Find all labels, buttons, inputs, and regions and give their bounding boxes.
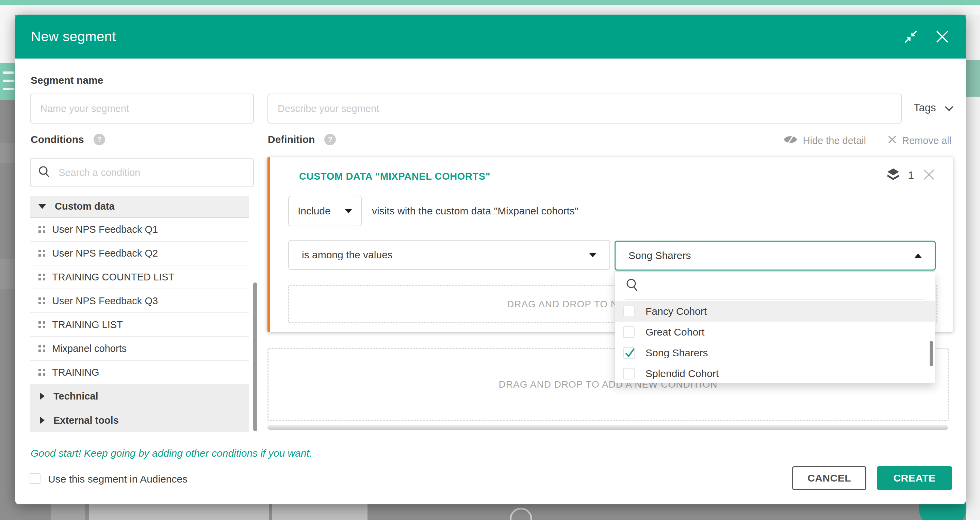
page-right-teal-block [966, 60, 980, 97]
definition-heading: Definition [268, 134, 315, 145]
remove-all-label: Remove all [902, 135, 951, 146]
page-top-green-strip [0, 0, 980, 5]
collapse-window-icon[interactable] [903, 29, 919, 45]
condition-item[interactable]: User NPS Feedback Q3 [30, 289, 249, 313]
conditions-scrollbar[interactable] [253, 283, 257, 431]
group-label: External tools [53, 415, 119, 426]
remove-condition-icon[interactable] [923, 167, 935, 183]
drag-handle-icon[interactable] [38, 321, 45, 328]
dimmed-sidebar-item [0, 259, 15, 289]
dropdown-option[interactable]: Splendid Cohort [615, 363, 935, 384]
hamburger-icon [3, 72, 14, 74]
dimmed-page-block [89, 504, 269, 520]
segment-name-input[interactable] [30, 94, 254, 124]
group-custom-data[interactable]: Custom data [30, 196, 249, 218]
dimmed-page-circle [510, 508, 532, 520]
dimmed-page-block [51, 504, 85, 520]
drag-handle-icon[interactable] [38, 274, 45, 280]
triangle-right-icon [40, 417, 45, 424]
include-dropdown[interactable]: Include [288, 196, 362, 226]
segment-description-input[interactable] [267, 94, 902, 124]
tags-dropdown[interactable]: Tags [914, 102, 953, 114]
dropdown-option[interactable]: Fancy Cohort [615, 301, 935, 321]
group-external-tools[interactable]: External tools [30, 409, 249, 432]
condition-item[interactable]: TRAINING COUNTED LIST [30, 266, 249, 289]
help-icon[interactable]: ? [94, 134, 105, 145]
drag-handle-icon[interactable] [38, 369, 45, 376]
drag-handle-icon[interactable] [38, 297, 45, 304]
page-left-band [0, 14, 15, 63]
help-icon[interactable]: ? [324, 134, 336, 145]
hide-detail-button[interactable]: Hide the detail [783, 134, 866, 147]
condition-item[interactable]: TRAINING [30, 361, 249, 385]
remove-all-x-icon [888, 135, 897, 146]
definition-horizontal-scrollbar[interactable] [267, 425, 948, 430]
dropdown-option[interactable]: Great Cohort [615, 321, 935, 342]
remove-all-button[interactable]: Remove all [888, 135, 951, 146]
chevron-down-icon [945, 102, 953, 114]
triangle-right-icon [40, 393, 45, 400]
stack-count: 1 [908, 169, 914, 182]
hide-detail-label: Hide the detail [803, 135, 866, 146]
divider [625, 299, 924, 299]
close-icon[interactable] [935, 30, 950, 44]
drag-handle-icon[interactable] [38, 226, 45, 233]
new-segment-modal: New segment Segment name Tags [15, 14, 966, 504]
cancel-button[interactable]: CANCEL [792, 466, 866, 490]
value-dropdown-panel: Fancy Cohort Great Cohort Song Sharers S… [614, 271, 935, 383]
condition-item[interactable]: TRAINING LIST [30, 313, 249, 337]
conditions-heading: Conditions [30, 134, 84, 145]
dropdown-option-selected[interactable]: Song Sharers [615, 342, 935, 363]
modal-title: New segment [31, 14, 116, 59]
group-technical[interactable]: Technical [30, 385, 249, 409]
hamburger-icon [3, 80, 14, 82]
hint-text: Good start! Keep going by adding other c… [30, 447, 312, 459]
checkbox-unchecked-icon[interactable] [623, 326, 635, 338]
dimmed-sidebar-item [0, 143, 15, 163]
dimmed-page-block [272, 504, 368, 520]
group-label: Technical [53, 391, 98, 402]
segment-name-label: Segment name [30, 75, 103, 86]
triangle-down-icon [38, 204, 46, 209]
search-icon[interactable] [625, 278, 640, 294]
checkbox-checked-icon[interactable] [623, 347, 635, 359]
hamburger-icon [3, 88, 14, 90]
page-top-band [0, 5, 980, 14]
condition-search [30, 158, 254, 187]
dropdown-scrollbar[interactable] [930, 341, 933, 366]
modal-header: New segment [15, 14, 966, 59]
eye-off-icon [783, 134, 798, 147]
sidebar-menu-tile [0, 63, 15, 100]
layers-icon[interactable] [888, 169, 899, 182]
tags-label: Tags [914, 102, 936, 114]
dropzone-text: DRAG AND DROP TO NAR [507, 286, 632, 322]
condition-card-title: CUSTOM DATA "MIXPANEL COHORTS" [299, 171, 490, 182]
drag-handle-icon[interactable] [38, 250, 45, 257]
condition-item[interactable]: User NPS Feedback Q1 [30, 218, 249, 242]
group-label: Custom data [55, 201, 115, 212]
conditions-list: Custom data User NPS Feedback Q1 User NP… [30, 196, 249, 432]
checkbox-unchecked-icon[interactable] [623, 368, 635, 380]
condition-search-input[interactable] [58, 167, 247, 179]
condition-item[interactable]: Mixpanel cohorts [30, 337, 249, 361]
operator-dropdown[interactable]: is among the values [288, 240, 610, 270]
audiences-checkbox-label: Use this segment in Audiences [48, 473, 188, 485]
drag-handle-icon[interactable] [38, 345, 45, 352]
create-button[interactable]: CREATE [877, 466, 952, 490]
value-multiselect[interactable]: Song Sharers [614, 241, 936, 270]
condition-sentence: visits with the custom data "Mixpanel co… [372, 196, 579, 226]
caret-down-icon [345, 209, 352, 213]
audiences-checkbox[interactable] [30, 473, 40, 484]
search-icon [37, 165, 51, 180]
caret-up-icon [914, 254, 922, 258]
caret-down-icon [589, 253, 597, 257]
condition-item[interactable]: User NPS Feedback Q2 [30, 242, 249, 266]
checkbox-unchecked-icon[interactable] [623, 305, 635, 317]
